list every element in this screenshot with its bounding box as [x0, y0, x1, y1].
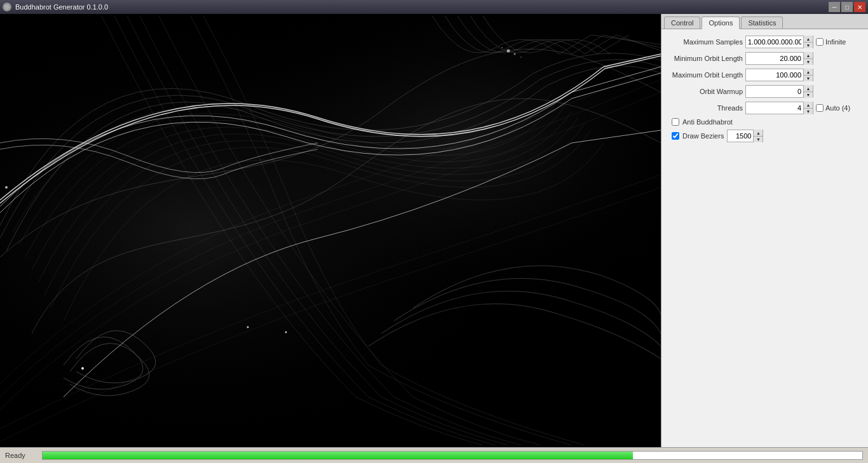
max-orbit-spinbox: ▲ ▼: [745, 69, 813, 81]
max-samples-up[interactable]: ▲: [804, 36, 813, 42]
titlebar: Buddhabrot Generator 0.1.0.0 ─ □ ✕: [0, 0, 868, 14]
max-samples-down[interactable]: ▼: [804, 42, 813, 48]
max-samples-label: Maximum Samples: [667, 38, 743, 46]
fractal-visualization: [0, 14, 661, 447]
statusbar: Ready: [0, 447, 868, 463]
beziers-down[interactable]: ▼: [754, 136, 763, 142]
tab-statistics[interactable]: Statistics: [741, 17, 783, 29]
orbit-warmup-spinbox: ▲ ▼: [745, 85, 813, 98]
titlebar-left: Buddhabrot Generator 0.1.0.0: [3, 3, 108, 11]
maximize-button[interactable]: □: [841, 2, 853, 12]
max-orbit-down[interactable]: ▼: [804, 75, 813, 81]
beziers-input[interactable]: [728, 132, 753, 140]
status-text: Ready: [5, 452, 37, 459]
max-samples-spinbox: ▲ ▼: [745, 36, 813, 48]
orbit-warmup-label: Orbit Warmup: [667, 88, 743, 95]
tab-options[interactable]: Options: [702, 17, 740, 29]
svg-rect-2: [0, 16, 661, 445]
svg-point-3: [81, 367, 84, 370]
canvas-area: [0, 14, 661, 447]
max-orbit-up[interactable]: ▲: [804, 69, 813, 75]
threads-up[interactable]: ▲: [804, 102, 813, 108]
max-samples-spinbox-btns: ▲ ▼: [803, 36, 813, 48]
max-samples-input[interactable]: [746, 38, 803, 46]
min-orbit-spinbox-btns: ▲ ▼: [803, 52, 813, 65]
max-samples-row: Maximum Samples ▲ ▼ Infinite: [667, 36, 863, 48]
svg-point-4: [247, 326, 249, 328]
draw-beziers-label: Draw Beziers: [682, 132, 724, 140]
anti-buddhabrot-checkbox[interactable]: [672, 118, 679, 126]
threads-input[interactable]: [746, 104, 803, 112]
anti-buddhabrot-label: Anti Buddhabrot: [682, 118, 733, 126]
orbit-warmup-row: Orbit Warmup ▲ ▼: [667, 85, 863, 98]
progress-bar-container: [42, 451, 863, 460]
svg-point-5: [285, 332, 287, 333]
min-orbit-up[interactable]: ▲: [804, 52, 813, 58]
anti-buddhabrot-row: Anti Buddhabrot: [667, 118, 863, 126]
min-orbit-row: Minimum Orbit Length ▲ ▼: [667, 52, 863, 65]
tab-control[interactable]: Control: [664, 17, 700, 29]
beziers-up[interactable]: ▲: [754, 130, 763, 136]
min-orbit-spinbox: ▲ ▼: [745, 52, 813, 65]
min-orbit-down[interactable]: ▼: [804, 58, 813, 65]
svg-point-6: [5, 186, 8, 189]
progress-bar-fill: [43, 452, 633, 459]
app-icon: [3, 3, 11, 11]
max-orbit-row: Maximum Orbit Length ▲ ▼: [667, 69, 863, 81]
threads-spinbox: ▲ ▼: [745, 102, 813, 114]
svg-point-9: [501, 47, 503, 48]
titlebar-controls: ─ □ ✕: [829, 2, 865, 12]
svg-point-7: [507, 50, 510, 53]
right-panel: Control Options Statistics Maximum Sampl…: [661, 14, 868, 447]
threads-spinbox-btns: ▲ ▼: [803, 102, 813, 114]
minimize-button[interactable]: ─: [829, 2, 840, 12]
close-button[interactable]: ✕: [854, 2, 865, 12]
orbit-warmup-input[interactable]: [746, 88, 803, 95]
max-orbit-label: Maximum Orbit Length: [667, 71, 743, 79]
beziers-spinbox: ▲ ▼: [727, 130, 763, 142]
draw-beziers-row: Draw Beziers ▲ ▼: [667, 130, 863, 142]
threads-down[interactable]: ▼: [804, 108, 813, 114]
titlebar-title: Buddhabrot Generator 0.1.0.0: [15, 3, 108, 11]
svg-point-8: [514, 53, 516, 55]
beziers-spinbox-btns: ▲ ▼: [753, 130, 763, 142]
draw-beziers-checkbox[interactable]: [672, 132, 679, 140]
max-orbit-input[interactable]: [746, 71, 803, 79]
max-orbit-spinbox-btns: ▲ ▼: [803, 69, 813, 81]
tabs-container: Control Options Statistics: [661, 14, 868, 29]
orbit-warmup-up[interactable]: ▲: [804, 85, 813, 91]
infinite-check-container: Infinite: [816, 38, 846, 46]
svg-point-10: [520, 57, 522, 58]
auto-label: Auto (4): [825, 104, 850, 112]
min-orbit-label: Minimum Orbit Length: [667, 55, 743, 62]
auto-checkbox[interactable]: [816, 104, 824, 112]
threads-row: Threads ▲ ▼ Auto (4): [667, 102, 863, 114]
orbit-warmup-spinbox-btns: ▲ ▼: [803, 85, 813, 98]
threads-label: Threads: [667, 104, 743, 112]
orbit-warmup-down[interactable]: ▼: [804, 91, 813, 98]
min-orbit-input[interactable]: [746, 55, 803, 62]
auto-check-container: Auto (4): [816, 104, 850, 112]
infinite-label: Infinite: [825, 38, 846, 46]
infinite-checkbox[interactable]: [816, 38, 824, 46]
options-panel: Maximum Samples ▲ ▼ Infinite Minimum Orb…: [661, 29, 868, 447]
main-area: Control Options Statistics Maximum Sampl…: [0, 14, 868, 447]
